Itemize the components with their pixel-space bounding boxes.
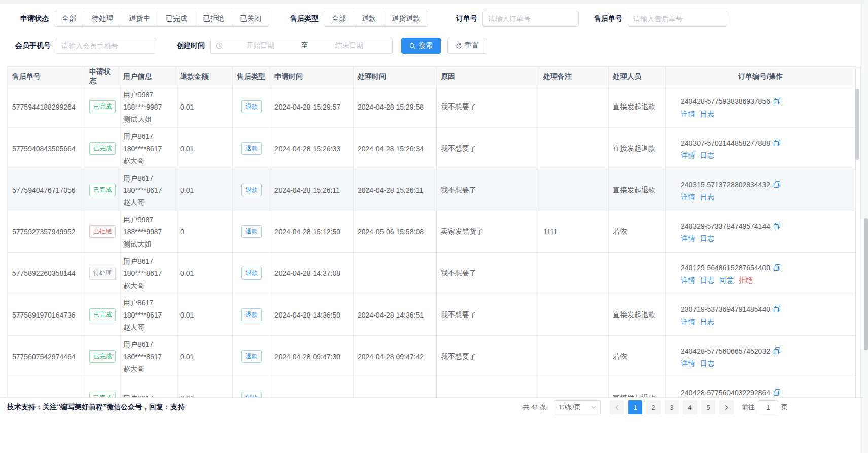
copy-icon[interactable] <box>773 347 781 355</box>
cell-apply-status: 已完成 <box>85 169 119 211</box>
cell-refund-amount: 0.01 <box>176 86 233 128</box>
search-button[interactable]: 搜索 <box>401 38 441 54</box>
action-link-同意[interactable]: 同意 <box>719 276 734 285</box>
cell-handler: 若依 <box>609 336 666 377</box>
window-scrollbar[interactable] <box>863 0 868 453</box>
prev-page-button[interactable] <box>610 400 624 414</box>
cell-refund-amount: 0.01 <box>176 336 233 377</box>
column-header-0: 售后单号 <box>8 67 85 86</box>
action-link-日志[interactable]: 日志 <box>700 276 714 285</box>
cell-aftersale-type: 退款 <box>233 294 270 336</box>
goto-page-input[interactable] <box>758 400 778 414</box>
next-page-button[interactable] <box>719 400 734 414</box>
cell-aftersale-no: 5775607542974464 <box>8 336 85 377</box>
action-link-日志[interactable]: 日志 <box>700 234 714 243</box>
type-badge: 退款 <box>241 308 262 321</box>
cell-reason: 我不想要了 <box>437 169 539 211</box>
table-header-row: 售后单号申请状态用户信息退款金额售后类型申请时间处理时间原因处理备注处理人员订单… <box>8 67 856 86</box>
user-info-lines: 用户8617180****8617赵大哥 <box>123 255 171 292</box>
page-size-select[interactable]: 10条/页 <box>554 400 601 414</box>
action-link-拒绝[interactable]: 拒绝 <box>739 276 753 285</box>
action-link-详情[interactable]: 详情 <box>681 276 695 285</box>
cell-order-actions: 240307-5702144858277888详情日志 <box>666 128 856 169</box>
cell-reason: 我不想要了 <box>437 294 539 336</box>
column-header-5: 申请时间 <box>270 67 354 86</box>
copy-icon[interactable] <box>773 389 781 396</box>
date-range-picker[interactable]: 开始日期 至 结束日期 <box>210 38 393 54</box>
member-phone-input[interactable] <box>56 38 156 54</box>
copy-icon[interactable] <box>773 222 781 230</box>
cell-remark <box>539 128 609 169</box>
row-actions: 详情日志 <box>681 318 851 327</box>
copy-icon[interactable] <box>773 181 781 188</box>
page-button-4[interactable]: 4 <box>683 400 697 414</box>
action-link-日志[interactable]: 日志 <box>700 359 714 368</box>
cell-order-actions: 240129-5648615287654400详情日志同意拒绝 <box>666 253 856 294</box>
cell-aftersale-type: 退款 <box>233 336 270 377</box>
action-link-日志[interactable]: 日志 <box>700 110 714 119</box>
copy-icon[interactable] <box>773 264 781 271</box>
apply-status-option-3[interactable]: 已完成 <box>158 11 195 27</box>
cell-reason: 我不想要了 <box>437 86 539 128</box>
cell-reason <box>437 377 539 398</box>
aftersale-type-label: 售后类型 <box>290 14 319 23</box>
aftersale-type-option-2[interactable]: 退货退款 <box>384 11 428 27</box>
created-time-label: 创建时间 <box>177 41 205 50</box>
order-number: 240129-5648615287654400 <box>681 262 770 274</box>
pagination-total: 共 41 条 <box>523 403 547 412</box>
page-button-3[interactable]: 3 <box>665 400 679 414</box>
cell-aftersale-type: 退款 <box>233 211 270 253</box>
apply-status-option-1[interactable]: 待处理 <box>84 11 121 27</box>
filter-panel: 申请状态 全部待处理退货中已完成已拒绝已关闭 售后类型 全部退款退货退款 订单号… <box>0 4 868 54</box>
page-button-1[interactable]: 1 <box>628 400 642 414</box>
reset-button[interactable]: 重置 <box>447 38 487 54</box>
end-date-placeholder[interactable]: 结束日期 <box>311 41 387 50</box>
user-info-line: 用户8617 <box>123 172 171 184</box>
action-link-详情[interactable]: 详情 <box>681 151 695 160</box>
goto-label: 前往 <box>742 403 755 412</box>
apply-status-option-4[interactable]: 已拒绝 <box>195 11 232 27</box>
reset-button-label: 重置 <box>465 41 479 50</box>
user-info-line: 用户9987 <box>123 89 171 101</box>
action-link-详情[interactable]: 详情 <box>681 234 695 243</box>
table-scrollbar-thumb[interactable] <box>855 89 859 160</box>
table-row: 5775891970164736已完成用户8617180****8617赵大哥0… <box>8 294 856 336</box>
copy-icon[interactable] <box>773 97 781 105</box>
action-link-日志[interactable]: 日志 <box>700 318 714 327</box>
filter-order-no: 订单号 <box>456 11 579 27</box>
action-link-详情[interactable]: 详情 <box>681 318 695 327</box>
copy-icon[interactable] <box>773 305 781 313</box>
cell-aftersale-type: 退款 <box>233 253 270 294</box>
copy-icon[interactable] <box>773 139 781 147</box>
type-badge: 退款 <box>241 267 262 280</box>
apply-status-option-0[interactable]: 全部 <box>54 11 84 27</box>
cell-apply-status: 已拒绝 <box>85 211 119 253</box>
user-info-line: 用户9987 <box>123 214 171 226</box>
cell-aftersale-no <box>8 377 85 398</box>
action-link-日志[interactable]: 日志 <box>700 151 714 160</box>
aftersale-no-input[interactable] <box>628 11 727 27</box>
aftersale-type-option-1[interactable]: 退款 <box>354 11 384 27</box>
action-link-详情[interactable]: 详情 <box>681 359 695 368</box>
order-no-input[interactable] <box>482 11 579 27</box>
column-header-8: 处理备注 <box>539 67 609 86</box>
action-link-日志[interactable]: 日志 <box>700 193 714 202</box>
action-link-详情[interactable]: 详情 <box>681 110 695 119</box>
status-badge: 已完成 <box>89 392 116 397</box>
window-scrollbar-thumb[interactable] <box>864 218 868 350</box>
start-date-placeholder[interactable]: 开始日期 <box>223 41 298 50</box>
cell-aftersale-no: 5775891970164736 <box>8 294 85 336</box>
page-button-2[interactable]: 2 <box>646 400 661 414</box>
column-header-3: 退款金额 <box>176 67 233 86</box>
action-link-详情[interactable]: 详情 <box>681 193 695 202</box>
filter-apply-status: 申请状态 全部待处理退货中已完成已拒绝已关闭 <box>20 11 269 27</box>
cell-apply-time <box>270 377 354 398</box>
page-button-5[interactable]: 5 <box>701 400 715 414</box>
footer-bar: 技术支持：关注“编写美好前程”微信公众号，回复：支持 共 41 条 10条/页 … <box>0 397 868 453</box>
type-badge: 退款 <box>241 392 262 397</box>
support-text: 技术支持：关注“编写美好前程”微信公众号，回复：支持 <box>7 403 185 412</box>
cell-order-actions: 240329-5733784749574144详情日志 <box>666 211 856 253</box>
apply-status-option-2[interactable]: 退货中 <box>121 11 158 27</box>
aftersale-type-option-0[interactable]: 全部 <box>324 11 354 27</box>
apply-status-option-5[interactable]: 已关闭 <box>232 11 269 27</box>
